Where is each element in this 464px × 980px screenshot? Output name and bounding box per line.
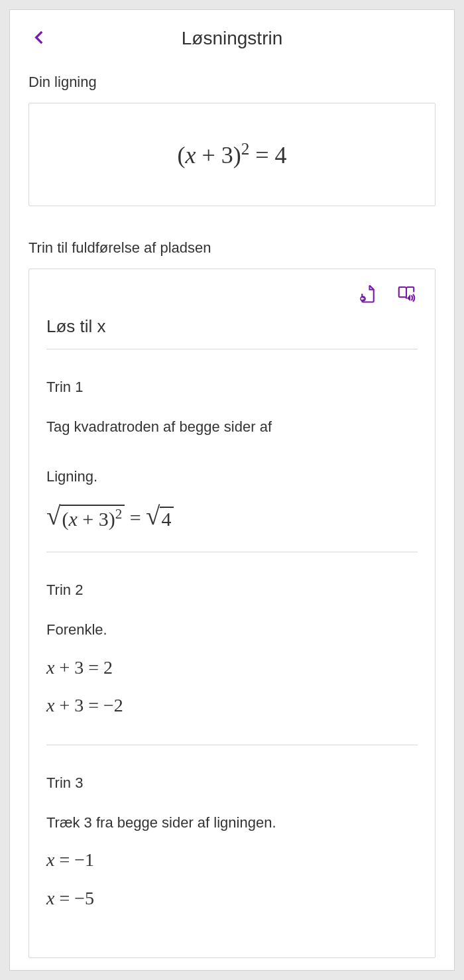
step-label: Trin 1 xyxy=(46,379,418,396)
step-math: x + 3 = 2 xyxy=(46,654,418,680)
solution-step-3: Trin 3 Træk 3 fra begge sider af ligning… xyxy=(46,745,418,938)
step-math: x = −5 xyxy=(46,885,418,911)
immersive-reader-icon xyxy=(396,284,416,304)
solution-actions xyxy=(46,282,418,307)
step-description: Tag kvadratroden af begge sider af Ligni… xyxy=(46,414,418,489)
equation-display-box: (x + 3)2 = 4 xyxy=(29,103,435,206)
step-math: √ (x + 3)2 = √ 4 xyxy=(46,501,418,530)
panel-title: Løsningstrin xyxy=(182,28,283,49)
step-math: x + 3 = −2 xyxy=(46,692,418,718)
math-solution-panel: Løsningstrin Din ligning (x + 3)2 = 4 Tr… xyxy=(9,9,455,971)
immersive-reader-button[interactable] xyxy=(395,282,418,307)
step-description: Forenkle. xyxy=(46,617,418,642)
insert-to-page-button[interactable] xyxy=(357,282,379,307)
step-label: Trin 3 xyxy=(46,774,418,792)
solution-step-2: Trin 2 Forenkle. x + 3 = 2 x + 3 = −2 xyxy=(46,552,418,745)
panel-header: Løsningstrin xyxy=(29,22,435,55)
solution-section-label: Trin til fuldførelse af pladsen xyxy=(29,239,435,257)
solution-steps-box: Løs til x Trin 1 Tag kvadratroden af beg… xyxy=(29,269,435,958)
step-description: Træk 3 fra begge sider af ligningen. xyxy=(46,810,418,835)
step-label: Trin 2 xyxy=(46,582,418,599)
chevron-left-icon xyxy=(31,29,48,46)
solve-for-title: Løs til x xyxy=(46,316,418,349)
equation-section-label: Din ligning xyxy=(29,74,435,91)
back-button[interactable] xyxy=(29,27,51,51)
solution-step-1: Trin 1 Tag kvadratroden af begge sider a… xyxy=(46,349,418,552)
insert-to-page-icon xyxy=(358,284,378,304)
step-math: x = −1 xyxy=(46,847,418,873)
equation-expression: (x + 3)2 = 4 xyxy=(177,140,286,169)
